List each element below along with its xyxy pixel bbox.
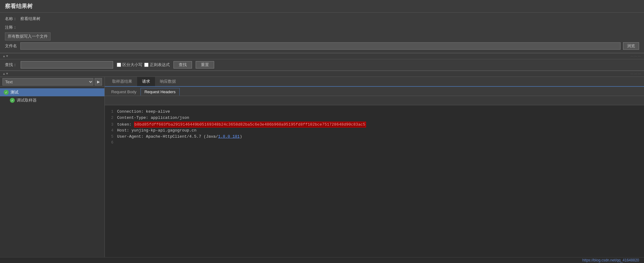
code-line-3: 3 token: b8bd85fdff603fba2919146449b0516… <box>105 121 644 128</box>
case-sensitive-checkbox[interactable] <box>117 63 121 67</box>
token-highlight: b8bd85fdff603fba2919146449b05169348b24c3… <box>134 122 366 127</box>
file-row: 文件名 浏览 <box>0 41 644 51</box>
name-value: 察看结果树 <box>20 16 40 22</box>
note-box: 所有数据写入一个文件 <box>5 32 51 40</box>
status-url: https://blog.csdn.net/qq_41648820 <box>582 258 639 262</box>
version-highlight: 1.8.0_181 <box>218 134 240 139</box>
tree-item-1[interactable]: 调试取样器 <box>0 96 104 104</box>
sub-tab-request-headers[interactable]: Request Headers <box>141 88 180 96</box>
form-section: 名称： 察看结果树 注释： 所有数据写入一个文件 文件名 浏览 <box>0 13 644 53</box>
case-sensitive-checkbox-item: 区分大小写 <box>117 62 142 68</box>
tree-items: 测试 调试取样器 <box>0 87 104 257</box>
line-num-5: 5 <box>105 135 117 139</box>
code-area: 1 Connection: keep-alive 2 Content-Type:… <box>105 108 644 148</box>
tab-response-data[interactable]: 响应数据 <box>155 77 181 87</box>
name-label: 名称： <box>5 16 20 22</box>
divider-bar-2: ▲▼ ⋯⋯⋯ <box>0 71 644 77</box>
checkbox-group: 区分大小写 正则表达式 <box>117 62 170 68</box>
code-line-4: 4 Host: yunjing-kp-api.gagogroup.cn <box>105 128 644 134</box>
case-sensitive-label: 区分大小写 <box>122 62 142 68</box>
line-num-3: 3 <box>105 123 117 127</box>
result-sub-tabs: Request Body Request Headers <box>105 87 644 96</box>
tree-header: Text ▶ <box>0 77 104 87</box>
search-input[interactable] <box>21 61 113 69</box>
code-line-6: 6 <box>105 140 644 146</box>
file-label: 文件名 <box>5 43 20 49</box>
search-section: 查找： 区分大小写 正则表达式 查找 重置 <box>0 59 644 71</box>
content-area: Text ▶ 测试 调试取样器 取样器结果 <box>0 77 644 257</box>
comment-label: 注释： <box>5 25 20 30</box>
line-num-1: 1 <box>105 110 117 114</box>
tree-item-label-0: 测试 <box>10 90 18 95</box>
line-content-4: Host: yunjing-kp-api.gagogroup.cn <box>117 128 196 133</box>
divider-dots-2: ⋯⋯⋯ <box>630 72 642 76</box>
regex-label: 正则表达式 <box>150 62 170 68</box>
tab-sampler-result[interactable]: 取样器结果 <box>107 77 137 87</box>
line-content-5-suffix: ) <box>240 134 242 139</box>
page-title: 察看结果树 <box>5 2 639 10</box>
result-panel: 取样器结果 请求 响应数据 Request Body Request Heade… <box>105 77 644 257</box>
divider-bar-1: ▲▼ ⋯⋯⋯ <box>0 53 644 59</box>
code-line-1: 1 Connection: keep-alive <box>105 109 644 115</box>
tree-arrow-button[interactable]: ▶ <box>95 78 102 86</box>
tree-item-0[interactable]: 测试 <box>0 88 104 96</box>
tab-request[interactable]: 请求 <box>137 77 155 87</box>
reset-button[interactable]: 重置 <box>196 61 214 69</box>
status-bar: https://blog.csdn.net/qq_41648820 <box>0 257 644 263</box>
line-content-2: Content-Type: application/json <box>117 115 189 120</box>
divider-arrows-1: ▲▼ <box>2 55 9 58</box>
divider-dots-1: ⋯⋯⋯ <box>630 55 642 58</box>
code-line-2: 2 Content-Type: application/json <box>105 115 644 121</box>
name-row: 名称： 察看结果树 <box>0 15 644 23</box>
regex-checkbox-item: 正则表达式 <box>144 62 170 68</box>
tree-panel: Text ▶ 测试 调试取样器 <box>0 77 105 257</box>
divider-arrows-2: ▲▼ <box>2 72 9 75</box>
tree-item-label-1: 调试取样器 <box>17 98 37 103</box>
comment-row: 注释： <box>0 23 644 32</box>
result-content: 1 Connection: keep-alive 2 Content-Type:… <box>105 105 644 257</box>
file-input[interactable] <box>20 42 621 50</box>
code-line-5: 5 User-Agent: Apache-HttpClient/4.5.7 (J… <box>105 134 644 140</box>
result-toolbar <box>105 96 644 105</box>
tree-item-icon-0 <box>4 90 9 95</box>
browse-button[interactable]: 浏览 <box>623 42 639 50</box>
line-content-3-prefix: token: <box>117 122 134 127</box>
line-content-1: Connection: keep-alive <box>117 109 170 114</box>
line-num-4: 4 <box>105 128 117 133</box>
result-tabs: 取样器结果 请求 响应数据 <box>105 77 644 87</box>
find-button[interactable]: 查找 <box>173 61 192 69</box>
tree-dropdown[interactable]: Text <box>2 78 93 86</box>
line-num-2: 2 <box>105 116 117 120</box>
line-content-5-prefix: User-Agent: Apache-HttpClient/4.5.7 (Jav… <box>117 134 218 139</box>
search-label: 查找： <box>5 62 17 68</box>
line-num-6: 6 <box>105 140 117 145</box>
header-section: 察看结果树 <box>0 0 644 13</box>
tree-item-icon-1 <box>10 98 15 103</box>
sub-tab-request-body[interactable]: Request Body <box>107 88 141 96</box>
regex-checkbox[interactable] <box>144 63 149 67</box>
main-container: 察看结果树 名称： 察看结果树 注释： 所有数据写入一个文件 文件名 浏览 ▲▼… <box>0 0 644 263</box>
